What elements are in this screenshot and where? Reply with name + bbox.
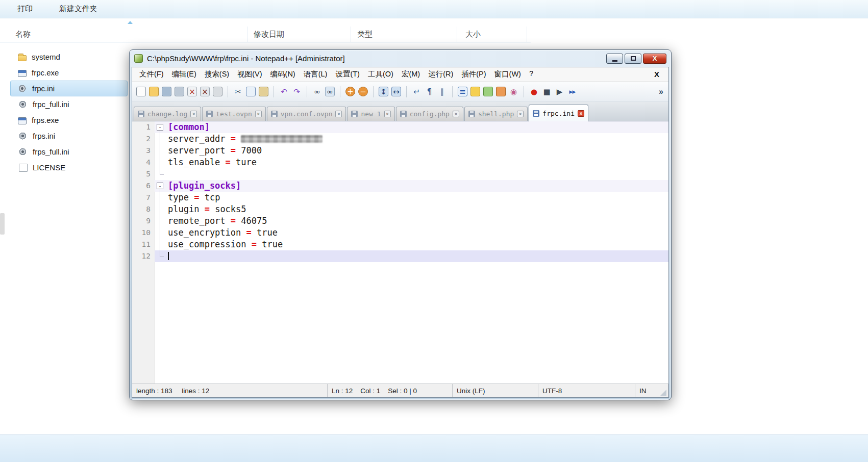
menu-item[interactable]: 运行(R) [424,68,457,81]
record-macro-icon[interactable]: ● [529,87,539,96]
editor-line[interactable]: 6-[plugin_socks] [132,180,668,192]
open-folder-icon[interactable] [149,87,159,96]
file-row[interactable]: frpc.exe [10,65,128,81]
menubar-close-button[interactable]: X [648,70,665,79]
tab-shell-php[interactable]: shell.php× [464,107,528,121]
play-macro-icon[interactable]: ▶ [555,87,564,96]
editor-line[interactable]: 7type = tcp [132,192,668,203]
menu-item[interactable]: 文件(F) [135,68,168,81]
column-header-date[interactable]: 修改日期 [254,30,284,39]
title-bar[interactable]: C:\phpStudy\WWW\frp\frpc.ini - Notepad++… [130,50,671,67]
column-header-name[interactable]: 名称 [15,30,31,39]
code-text[interactable]: tls_enable = ture [166,157,668,168]
menu-item[interactable]: 窗口(W) [490,68,525,81]
new-file-icon[interactable] [136,87,146,96]
run-macro-multiple-icon[interactable]: ▶▶ [567,87,577,96]
menu-item[interactable]: 宏(M) [398,68,424,81]
menu-item[interactable]: 搜索(S) [201,68,233,81]
editor-line[interactable]: 1-[common] [132,121,668,133]
doc-list-icon[interactable] [483,87,493,96]
save-icon[interactable] [162,87,171,96]
menu-item[interactable]: 视图(V) [233,68,266,81]
tab-close-icon[interactable]: × [335,111,342,117]
minimize-button[interactable] [606,54,623,64]
zoom-in-icon[interactable]: + [345,87,355,96]
editor-line[interactable]: 3server_port = 7000 [132,145,668,157]
replace-icon[interactable]: ∞ [325,87,335,96]
doc-map-icon[interactable] [470,87,480,96]
tab-new-1[interactable]: new 1× [347,107,394,121]
tab-config-php[interactable]: config.php× [396,107,463,121]
editor-line[interactable]: 5 [132,168,668,180]
file-row[interactable]: LICENSE [10,160,128,175]
print-button[interactable]: 打印 [17,4,33,14]
tab-frpc-ini[interactable]: frpc.ini× [529,105,588,121]
code-text[interactable]: plugin = socks5 [166,203,668,215]
code-text[interactable]: server_port = 7000 [166,145,668,157]
code-text[interactable] [166,250,668,262]
menu-item[interactable]: 工具(O) [364,68,398,81]
sync-horizontal-icon[interactable]: ↔ [391,87,401,96]
resize-grip[interactable] [660,390,666,396]
find-icon[interactable]: ∞ [312,87,322,96]
indent-guide-icon[interactable]: ∥ [437,87,447,96]
column-header-type[interactable]: 类型 [357,30,373,39]
tab-vpn-conf-ovpn[interactable]: vpn.conf.ovpn× [267,107,346,121]
close-button[interactable]: X [643,54,666,64]
print-icon[interactable] [213,87,222,96]
editor-line[interactable]: 8plugin = socks5 [132,203,668,215]
file-row[interactable]: frpc_full.ini [10,96,128,112]
fold-collapse-icon[interactable]: - [157,124,163,131]
stop-macro-icon[interactable]: ■ [542,87,552,96]
code-text[interactable]: use_compression = true [166,239,668,250]
tab-close-icon[interactable]: × [190,111,197,117]
word-wrap-icon[interactable]: ↵ [412,87,421,96]
undo-icon[interactable]: ↶ [279,87,289,96]
maximize-button[interactable] [625,54,641,64]
menu-item[interactable]: 编码(N) [266,68,300,81]
new-folder-button[interactable]: 新建文件夹 [59,4,97,14]
menu-item[interactable]: 设置(T) [331,68,364,81]
editor-line[interactable]: 9remote_port = 46075 [132,215,668,227]
editor-area[interactable]: 1-[common]2server_addr = 3server_port = … [132,121,668,383]
code-text[interactable]: [common] [166,121,668,133]
menu-item[interactable]: 插件(P) [457,68,490,81]
fold-collapse-icon[interactable]: - [157,183,163,189]
editor-line[interactable]: 10use_encryption = true [132,227,668,239]
zoom-out-icon[interactable]: − [358,87,368,96]
tab-close-icon[interactable]: × [453,111,459,117]
file-row[interactable]: frps.exe [10,112,128,128]
close-doc-icon[interactable]: × [187,87,197,96]
code-text[interactable]: [plugin_socks] [166,180,668,192]
menu-item[interactable]: ? [525,68,537,81]
folder-workspace-icon[interactable] [496,87,506,96]
tab-change-log[interactable]: change.log× [134,107,201,121]
close-all-doc-icon[interactable]: × [200,87,210,96]
toolbar-overflow-chevron-icon[interactable]: » [659,87,664,96]
code-text[interactable] [166,168,668,180]
show-all-chars-icon[interactable]: ¶ [425,87,434,96]
code-text[interactable]: type = tcp [166,192,668,203]
cut-icon[interactable]: ✂ [233,87,243,96]
tab-close-icon[interactable]: × [384,111,391,117]
redo-icon[interactable]: ↷ [292,87,302,96]
function-list-icon[interactable]: ≡ [458,87,467,96]
menu-item[interactable]: 编辑(E) [168,68,201,81]
code-text[interactable]: server_addr = [166,133,668,145]
editor-line[interactable]: 12 [132,250,668,262]
code-text[interactable]: remote_port = 46075 [166,215,668,227]
file-row[interactable]: frps.ini [10,128,128,144]
menu-item[interactable]: 语言(L) [300,68,332,81]
save-all-icon[interactable] [175,87,184,96]
tab-close-icon[interactable]: × [255,111,262,117]
sync-vertical-icon[interactable]: ↕ [379,87,388,96]
explorer-scrollbar-thumb[interactable] [0,213,5,235]
paste-icon[interactable] [259,87,268,96]
copy-icon[interactable] [246,87,256,96]
tab-close-icon[interactable]: × [578,110,584,117]
editor-line[interactable]: 11use_compression = true [132,239,668,250]
file-row[interactable]: frps_full.ini [10,144,128,160]
file-row[interactable]: systemd [10,49,128,65]
code-text[interactable]: use_encryption = true [166,227,668,239]
column-header-size[interactable]: 大小 [465,30,481,39]
